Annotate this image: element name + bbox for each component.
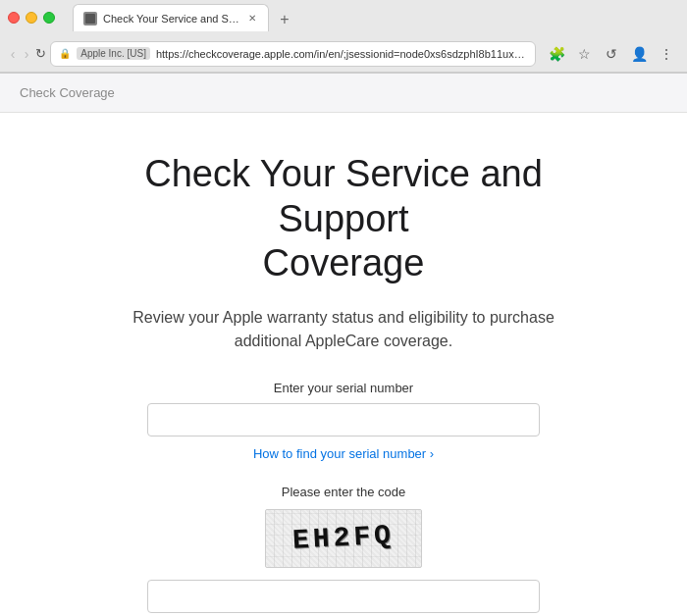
captcha-label: Please enter the code (282, 485, 405, 499)
captcha-input-row (147, 580, 540, 613)
page-heading: Check Your Service and Support Coverage (98, 152, 589, 286)
extensions-icon[interactable]: 🧩 (544, 41, 569, 67)
captcha-input[interactable] (147, 580, 540, 613)
profile-icon[interactable]: 👤 (626, 41, 652, 67)
page-content: Check Your Service and Support Coverage … (0, 113, 687, 616)
forward-button[interactable]: › (22, 40, 31, 68)
tab-favicon-icon (83, 12, 97, 26)
minimize-window-button[interactable] (26, 12, 37, 24)
heading-line2: Coverage (263, 242, 425, 283)
serial-help-text: How to find your serial number › (253, 446, 434, 461)
toolbar: ‹ › ↻ 🔒 Apple Inc. [US] https://checkcov… (0, 35, 687, 73)
breadcrumb: Check Coverage (20, 85, 115, 100)
lock-icon: 🔒 (59, 48, 71, 59)
active-tab[interactable]: Check Your Service and Supp... ✕ (73, 4, 269, 31)
address-bar[interactable]: 🔒 Apple Inc. [US] https://checkcoverage.… (50, 41, 536, 67)
site-identity-badge: Apple Inc. [US] (77, 47, 150, 60)
serial-label: Enter your serial number (274, 381, 413, 395)
captcha-image: EH2FQ (265, 509, 422, 568)
reload-button[interactable]: ↻ (35, 42, 46, 66)
address-text: https://checkcoverage.apple.com/in/en/;j… (156, 48, 527, 60)
refresh-icon[interactable]: ↺ (599, 41, 624, 67)
tab-close-button[interactable]: ✕ (245, 12, 258, 26)
browser-chrome: Check Your Service and Supp... ✕ + ‹ › ↻… (0, 0, 687, 74)
svg-rect-0 (85, 14, 95, 24)
toolbar-icons: 🧩 ☆ ↺ 👤 ⋮ (544, 41, 679, 67)
page-subtext: Review your Apple warranty status and el… (118, 306, 569, 353)
new-tab-button[interactable]: + (273, 8, 296, 31)
traffic-lights (8, 12, 55, 24)
form-section: Enter your serial number How to find you… (147, 381, 540, 616)
bookmark-icon[interactable]: ☆ (571, 41, 597, 67)
page-top-bar: Check Coverage (0, 74, 687, 113)
close-window-button[interactable] (8, 12, 20, 24)
maximize-window-button[interactable] (43, 12, 55, 24)
title-bar: Check Your Service and Supp... ✕ + (0, 0, 687, 35)
tab-area: Check Your Service and Supp... ✕ + (73, 4, 679, 31)
heading-line1: Check Your Service and Support (144, 153, 543, 239)
back-button[interactable]: ‹ (8, 40, 18, 68)
menu-icon[interactable]: ⋮ (654, 41, 679, 67)
captcha-text: EH2FQ (291, 521, 395, 556)
serial-help-link[interactable]: How to find your serial number › (253, 446, 434, 461)
tab-title: Check Your Service and Supp... (103, 13, 239, 25)
serial-number-input[interactable] (147, 403, 540, 436)
